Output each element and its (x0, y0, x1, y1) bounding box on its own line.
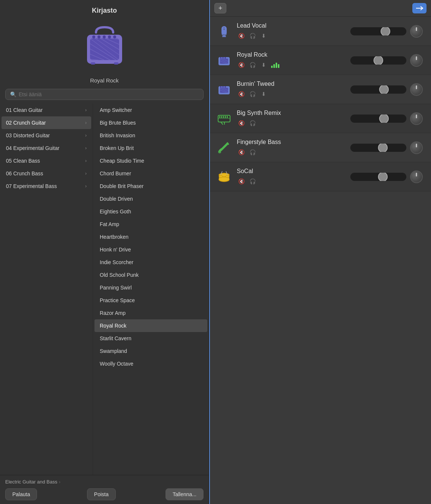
preset-item[interactable]: Big Brute Blues (94, 116, 207, 129)
mute-button[interactable]: 🔇 (237, 177, 246, 186)
preset-label: Starlit Cavern (100, 335, 131, 341)
smart-controls-button[interactable] (412, 3, 427, 13)
track-slider-area (350, 141, 425, 154)
slider-thumb[interactable] (373, 56, 383, 65)
category-item-05[interactable]: 05 Clean Bass› (1, 154, 91, 167)
preset-label: Panning Swirl (100, 285, 132, 291)
save-button[interactable]: Tallenna... (165, 488, 204, 500)
svg-point-30 (224, 57, 226, 59)
slider-thumb[interactable] (378, 144, 388, 152)
preset-item[interactable]: Panning Swirl (94, 281, 207, 294)
volume-slider[interactable] (350, 173, 406, 181)
right-panel: + Lead Vocal 🔇 🎧 ⬇ (209, 0, 431, 504)
category-item-04[interactable]: 04 Experimental Guitar› (1, 142, 91, 154)
preset-item[interactable]: Broken Up Brit (94, 142, 207, 154)
volume-slider[interactable] (350, 144, 406, 152)
preset-label: Honk n' Drive (100, 247, 131, 253)
slider-thumb[interactable] (381, 27, 390, 35)
mute-button[interactable]: 🔇 (237, 148, 246, 157)
preset-item[interactable]: British Invasion (94, 129, 207, 142)
download-button[interactable]: ⬇ (259, 31, 268, 40)
download-button[interactable]: ⬇ (259, 60, 268, 69)
svg-point-12 (97, 35, 100, 38)
search-input[interactable] (19, 91, 199, 97)
slider-thumb[interactable] (378, 173, 388, 181)
volume-slider[interactable] (350, 27, 406, 35)
volume-knob[interactable] (410, 25, 423, 38)
svg-rect-22 (223, 29, 225, 30)
category-label: 07 Experimental Bass (6, 183, 57, 189)
delete-button[interactable]: Poista (87, 488, 116, 500)
volume-slider[interactable] (350, 85, 406, 94)
headphone-button[interactable]: 🎧 (248, 177, 257, 186)
track-info: Royal Rock 🔇 🎧 ⬇ (237, 51, 346, 69)
preset-label: Old School Punk (100, 272, 139, 278)
smart-icon (415, 5, 424, 11)
preset-label: Razor Amp (100, 310, 125, 316)
mute-button[interactable]: 🔇 (237, 90, 246, 98)
preset-item[interactable]: Amp Switcher (94, 104, 207, 116)
preset-label: Big Brute Blues (100, 120, 136, 126)
category-item-03[interactable]: 03 Distorted Guitar› (1, 129, 91, 142)
preset-label: Fat Amp (100, 221, 119, 227)
track-controls: 🔇 🎧 (237, 148, 346, 157)
category-item-07[interactable]: 07 Experimental Bass› (1, 180, 91, 192)
preset-item[interactable]: Royal Rock (94, 319, 207, 332)
volume-knob[interactable] (410, 112, 423, 125)
preset-item[interactable]: Woolly Octave (94, 357, 207, 370)
preset-item[interactable]: Indie Scorcher (94, 256, 207, 269)
volume-slider[interactable] (350, 115, 406, 123)
track-icon (216, 81, 232, 98)
preset-item[interactable]: Chord Burner (94, 167, 207, 180)
headphone-button[interactable]: 🎧 (248, 90, 257, 98)
category-list: 01 Clean Guitar›02 Crunch Guitar›03 Dist… (0, 104, 93, 475)
volume-knob[interactable] (410, 141, 423, 154)
volume-knob[interactable] (410, 170, 423, 183)
search-bar[interactable]: 🔍 (5, 89, 204, 100)
preset-item[interactable]: Honk n' Drive (94, 243, 207, 256)
breadcrumb[interactable]: Electric Guitar and Bass › (5, 479, 204, 485)
download-button[interactable]: ⬇ (259, 90, 268, 98)
preset-item[interactable]: Heartbroken (94, 231, 207, 243)
volume-slider[interactable] (350, 56, 406, 65)
category-item-06[interactable]: 06 Crunch Bass› (1, 167, 91, 180)
headphone-button[interactable]: 🎧 (248, 31, 257, 40)
preset-item[interactable]: Cheap Studio Time (94, 154, 207, 167)
preset-item[interactable]: Double Brit Phaser (94, 180, 207, 192)
volume-knob[interactable] (410, 83, 423, 96)
mute-button[interactable]: 🔇 (237, 119, 246, 128)
svg-rect-42 (221, 116, 222, 118)
category-item-02[interactable]: 02 Crunch Guitar› (1, 116, 91, 129)
preset-item[interactable]: Double Driven (94, 192, 207, 205)
preset-item[interactable]: Fat Amp (94, 218, 207, 231)
svg-line-46 (221, 122, 223, 125)
slider-thumb[interactable] (379, 115, 389, 123)
track-row: Royal Rock 🔇 🎧 ⬇ (210, 46, 431, 75)
preset-label: Royal Rock (100, 323, 127, 329)
category-item-01[interactable]: 01 Clean Guitar› (1, 104, 91, 116)
revert-button[interactable]: Palauta (5, 488, 37, 500)
preset-item[interactable]: Swampland (94, 345, 207, 357)
svg-point-13 (103, 35, 106, 38)
volume-knob[interactable] (410, 54, 423, 67)
amp-icon (80, 22, 129, 72)
preset-item[interactable]: Old School Punk (94, 269, 207, 281)
slider-thumb[interactable] (379, 85, 389, 94)
svg-point-38 (224, 86, 226, 88)
list-area: 01 Clean Guitar›02 Crunch Guitar›03 Dist… (0, 104, 209, 475)
category-label: 04 Experimental Guitar (6, 145, 59, 151)
track-slider-area (350, 112, 425, 125)
mute-button[interactable]: 🔇 (237, 60, 246, 69)
preset-item[interactable]: Razor Amp (94, 307, 207, 319)
preset-label: Woolly Octave (100, 361, 133, 367)
preset-item[interactable]: Eighties Goth (94, 205, 207, 218)
preset-item[interactable]: Starlit Cavern (94, 332, 207, 345)
preset-list: Amp SwitcherBig Brute BluesBritish Invas… (93, 104, 209, 475)
svg-point-29 (222, 57, 224, 59)
add-track-button[interactable]: + (214, 3, 226, 13)
headphone-button[interactable]: 🎧 (248, 60, 257, 69)
headphone-button[interactable]: 🎧 (248, 119, 257, 128)
mute-button[interactable]: 🔇 (237, 31, 246, 40)
preset-item[interactable]: Practice Space (94, 294, 207, 307)
headphone-button[interactable]: 🎧 (248, 148, 257, 157)
